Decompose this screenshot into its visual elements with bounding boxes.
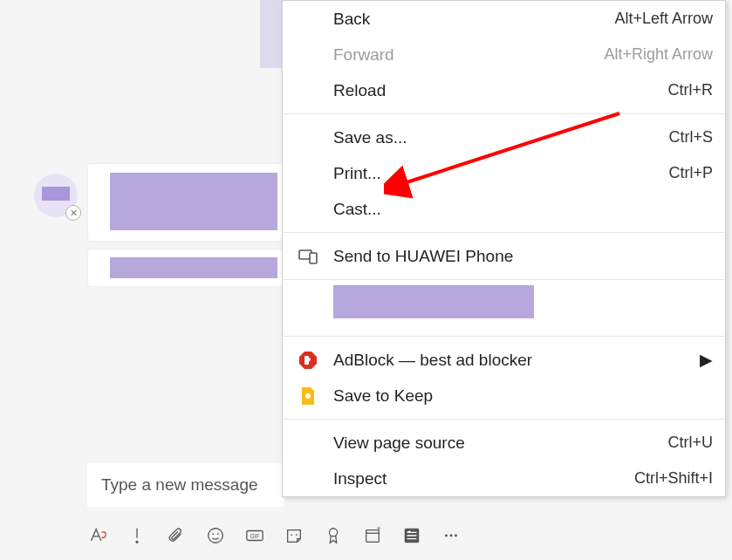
message-bubble[interactable] [87, 249, 284, 287]
emoji-icon[interactable] [205, 525, 226, 546]
ctx-cast[interactable]: Cast... [283, 191, 725, 227]
ctx-back[interactable]: Back Alt+Left Arrow [283, 1, 725, 37]
avatar-redaction [42, 187, 70, 201]
ctx-label: Save to Keep [333, 386, 713, 406]
presence-unknown-icon: ✕ [65, 205, 81, 221]
ctx-shortcut: Ctrl+S [668, 128, 713, 147]
more-icon[interactable] [441, 525, 462, 546]
ctx-view-source[interactable]: View page source Ctrl+U [283, 425, 725, 461]
ctx-adblock[interactable]: AdBlock — best ad blocker ▶ [283, 342, 725, 378]
ctx-shortcut: Ctrl+Shift+I [634, 469, 713, 488]
ctx-save-as[interactable]: Save as... Ctrl+S [283, 120, 725, 155]
svg-point-14 [445, 535, 448, 537]
svg-rect-20 [304, 356, 309, 365]
ctx-label: Reload [333, 81, 667, 100]
ctx-label: AdBlock — best ad blocker [333, 351, 713, 370]
sticker-icon[interactable] [284, 525, 304, 546]
ctx-send-to-phone[interactable]: Send to HUAWEI Phone [283, 238, 725, 274]
gif-icon[interactable]: GIF [244, 525, 265, 546]
svg-text:+: + [377, 526, 381, 533]
svg-point-1 [135, 541, 138, 543]
ctx-redacted-item[interactable] [283, 285, 725, 331]
priority-icon[interactable] [127, 525, 147, 546]
ctx-print[interactable]: Print... Ctrl+P [283, 155, 725, 191]
svg-point-15 [450, 535, 453, 537]
avatar[interactable]: ✕ [34, 174, 78, 217]
compose-box[interactable] [87, 463, 284, 507]
svg-point-7 [291, 534, 292, 536]
ctx-label: Save as... [333, 128, 668, 147]
selection-highlight [260, 0, 284, 68]
svg-point-8 [296, 534, 298, 536]
ctx-label: Send to HUAWEI Phone [333, 247, 713, 266]
message-redaction [110, 257, 277, 278]
adblock-icon [297, 349, 319, 372]
chat-pane: ✕ GIF + [0, 0, 279, 560]
ctx-label: Inspect [333, 469, 634, 488]
compose-input[interactable] [101, 475, 270, 495]
ctx-label: View page source [333, 434, 667, 453]
message-redaction [110, 173, 277, 230]
context-menu: Back Alt+Left Arrow Forward Alt+Right Ar… [282, 0, 726, 497]
ctx-shortcut: Alt+Left Arrow [614, 10, 713, 28]
compose-toolbar: GIF + [87, 519, 462, 552]
ctx-shortcut: Ctrl+U [667, 434, 713, 452]
schedule-send-icon[interactable]: + [362, 525, 383, 546]
svg-point-9 [329, 529, 337, 536]
attach-icon[interactable] [166, 525, 187, 546]
svg-rect-18 [310, 253, 317, 263]
ctx-separator [283, 113, 725, 114]
ctx-label: Print... [333, 164, 668, 183]
ctx-label: Cast... [333, 200, 713, 219]
ctx-label: Forward [333, 45, 604, 65]
ctx-shortcut: Alt+Right Arrow [604, 45, 713, 64]
ctx-save-to-keep[interactable]: Save to Keep [283, 378, 725, 413]
svg-point-4 [217, 533, 219, 535]
svg-text:GIF: GIF [250, 533, 260, 539]
ctx-shortcut: Ctrl+R [667, 81, 713, 99]
ctx-forward: Forward Alt+Right Arrow [283, 37, 725, 72]
praise-icon[interactable] [323, 525, 344, 546]
svg-point-2 [209, 529, 223, 543]
ctx-separator [283, 336, 725, 337]
ctx-inspect[interactable]: Inspect Ctrl+Shift+I [283, 461, 725, 496]
ctx-reload[interactable]: Reload Ctrl+R [283, 72, 725, 108]
ctx-separator [283, 419, 725, 420]
svg-point-3 [212, 533, 214, 535]
keep-icon [297, 385, 319, 407]
format-icon[interactable] [87, 525, 108, 546]
svg-point-21 [305, 393, 311, 399]
svg-point-16 [455, 535, 457, 537]
devices-icon [297, 245, 319, 268]
chevron-right-icon: ▶ [700, 350, 713, 370]
ctx-separator [283, 279, 725, 280]
ctx-shortcut: Ctrl+P [668, 164, 713, 182]
message-bubble[interactable] [87, 163, 284, 242]
ctx-label: Back [333, 10, 614, 29]
ctx-redaction [333, 285, 534, 318]
tasks-icon[interactable] [401, 525, 422, 546]
ctx-separator [283, 232, 725, 233]
